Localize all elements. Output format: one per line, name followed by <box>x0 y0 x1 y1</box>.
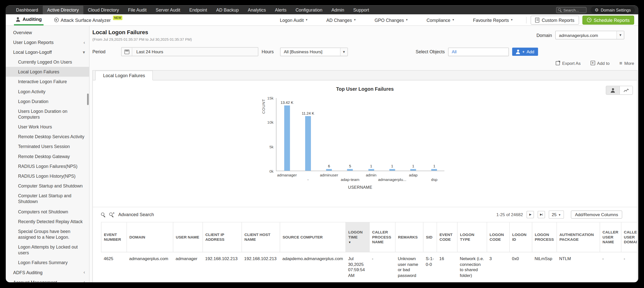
column-header-logon-id[interactable]: LOGON ID <box>509 222 532 252</box>
menu-gpo-changes[interactable]: GPO Changes▾ <box>365 17 417 22</box>
column-header-remarks[interactable]: REMARKS <box>395 222 423 252</box>
topnav-tab-cloud-directory[interactable]: Cloud Directory <box>83 5 124 14</box>
sidebar-item-currently-logged-on-users[interactable]: Currently Logged On Users <box>6 57 89 67</box>
topnav-tab-active-directory[interactable]: Active Directory <box>43 5 84 14</box>
bar[interactable] <box>347 169 353 171</box>
column-header-label: DOMAIN <box>129 235 145 239</box>
sidebar-item-local-logon-failures[interactable]: Local Logon Failures <box>6 67 89 77</box>
tab-attack-surface-analyzer[interactable]: Attack Surface Analyzer NEW <box>54 14 123 25</box>
add-to-button[interactable]: + Add to <box>590 61 610 66</box>
topnav-tab-alerts[interactable]: Alerts <box>270 5 291 14</box>
table-row[interactable]: 4625admanagerplus.comadmanager192.168.10… <box>101 252 637 280</box>
sidebar-item-users-logon-duration-on-computers[interactable]: Users Logon Duration on Computers <box>6 106 89 122</box>
column-header-event-code[interactable]: EVENT CODE <box>437 222 457 252</box>
bar[interactable] <box>410 169 416 171</box>
bar[interactable] <box>305 116 311 171</box>
select-objects-input[interactable]: All <box>448 47 509 56</box>
topnav-tab-admin[interactable]: Admin <box>327 5 349 14</box>
topnav-tab-analytics[interactable]: Analytics <box>243 5 270 14</box>
column-header-caller-user-name[interactable]: CALLER USER NAME <box>600 222 621 252</box>
sidebar-item-computers-not-shutdown[interactable]: Computers not Shutdown <box>6 207 89 216</box>
domain-select-value: admanagerplus.com <box>556 33 617 38</box>
column-header-source-computer[interactable]: SOURCE COMPUTER <box>280 222 346 252</box>
sidebar-item-logon-duration[interactable]: Logon Duration <box>6 97 89 106</box>
more-button[interactable]: ≡ More <box>619 61 634 66</box>
menu-compliance[interactable]: Compliance▾ <box>417 17 464 22</box>
hours-select[interactable]: All [Business Hours] ▼ <box>280 47 348 56</box>
add-button-label: Add <box>527 49 534 54</box>
sidebar-item-user-work-hours[interactable]: User Work Hours <box>6 122 89 132</box>
sidebar-item-label: Local Logon-Logoff <box>13 50 52 55</box>
sidebar-item-user-logon-reports[interactable]: User Logon Reports‹ <box>6 37 89 47</box>
sidebar-item-radius-logon-history-nps[interactable]: RADIUS Logon History(NPS) <box>6 171 89 181</box>
cell-event-number: 4625 <box>101 252 127 280</box>
column-header-logon-code[interactable]: LOGON CODE <box>487 222 510 252</box>
chart-trend-view-button[interactable] <box>619 86 632 94</box>
column-header-logon-type[interactable]: LOGON TYPE <box>457 222 487 252</box>
domain-settings-label: Domain Settings <box>601 8 631 12</box>
bar[interactable] <box>389 169 395 171</box>
sidebar-item-logon-activity[interactable]: Logon Activity <box>6 87 89 97</box>
custom-reports-button[interactable]: Custom Reports <box>531 15 579 24</box>
menu-favourite-reports[interactable]: Favourite Reports▾ <box>464 17 522 22</box>
sidebar-item-remote-desktop-services-activity[interactable]: Remote Desktop Services Activity <box>6 132 89 141</box>
menu-ad-changes[interactable]: AD Changes▾ <box>317 17 365 22</box>
sidebar-item-local-logon-logoff[interactable]: Local Logon-Logoff▾ <box>6 47 89 57</box>
tab-auditing[interactable]: Auditing <box>14 14 44 25</box>
bar[interactable] <box>368 169 374 171</box>
sidebar-item-recently-detected-replay-attack[interactable]: Recently Detected Replay Attack <box>6 216 89 226</box>
page-size-select[interactable]: 25 ▼ <box>549 211 564 219</box>
last-page-button[interactable]: ▶| <box>538 211 545 218</box>
column-header-user-name[interactable]: USER NAME <box>173 222 203 252</box>
column-header-client-host-name[interactable]: CLIENT HOST NAME <box>242 222 280 252</box>
sidebar-scrollbar[interactable] <box>87 93 89 105</box>
column-header-authentication-package[interactable]: AUTHENTICATION PACKAGE <box>557 222 600 252</box>
next-page-button[interactable]: ▶ <box>527 211 534 218</box>
sidebar-item-adfs-auditing[interactable]: ADFS Auditing‹ <box>6 267 89 277</box>
domain-select[interactable]: admanagerplus.com ▼ <box>555 31 624 39</box>
column-header-event-number[interactable]: EVENT NUMBER <box>101 222 127 252</box>
topnav-tab-endpoint[interactable]: Endpoint <box>185 5 212 14</box>
bar[interactable] <box>326 169 332 171</box>
add-remove-columns-button[interactable]: Add/Remove Columns <box>571 211 622 219</box>
column-header-client-ip-address[interactable]: CLIENT IP ADDRESS <box>203 222 242 252</box>
sidebar-item-interactive-logon-failure[interactable]: Interactive Logon Failure <box>6 77 89 86</box>
period-input[interactable]: Last 24 Hours <box>121 47 258 56</box>
radar-icon <box>54 18 59 22</box>
topnav-tab-configuration[interactable]: Configuration <box>291 5 327 14</box>
tab-local-logon-failures[interactable]: Local Logon Failures <box>95 71 153 80</box>
sidebar-item-remote-desktop-gateway[interactable]: Remote Desktop Gateway <box>6 152 89 161</box>
sidebar-item-computer-startup-and-shutdown[interactable]: Computer Startup and Shutdown <box>6 181 89 191</box>
column-header-caller-process-name[interactable]: CALLER PROCESS NAME <box>370 222 395 252</box>
export-as-button[interactable]: Export As <box>556 61 581 66</box>
topnav-tab-support[interactable]: Support <box>349 5 374 14</box>
chart-user-view-button[interactable] <box>606 86 619 94</box>
schedule-reports-button[interactable]: Schedule Reports <box>582 15 634 24</box>
sidebar-item-account-management[interactable]: Account Management‹ <box>6 277 89 282</box>
sidebar-item-logon-failures-summary[interactable]: Logon Failures Summary <box>6 258 89 267</box>
bar[interactable] <box>284 105 290 171</box>
advanced-search-icon[interactable]: + <box>109 212 114 217</box>
sidebar-item-logon-attempts-by-locked-out-users[interactable]: Logon Attempts by Locked out users <box>6 242 89 258</box>
domain-settings-button[interactable]: ⚙ Domain Settings <box>590 6 635 13</box>
column-header-caller-user-domain[interactable]: CALLER USER DOMAIN <box>621 222 637 252</box>
topnav-tab-ad-backup[interactable]: AD Backup <box>212 5 243 14</box>
column-header-domain[interactable]: DOMAIN <box>127 222 173 252</box>
topnav-tab-dashboard[interactable]: Dashboard <box>12 5 43 14</box>
sidebar-item-radius-logon-failures-nps[interactable]: RADIUS Logon Failures(NPS) <box>6 161 89 171</box>
sidebar-item-terminated-users-session[interactable]: Terminated Users Session <box>6 142 89 152</box>
add-objects-button[interactable]: + Add <box>512 47 538 56</box>
advanced-search-label[interactable]: Advanced Search <box>118 212 154 217</box>
topnav-tab-file-audit[interactable]: File Audit <box>124 5 151 14</box>
search-icon[interactable] <box>101 212 106 217</box>
sidebar-item-special-groups-have-been-assigned-to-a-new-logon[interactable]: Special Groups have been assigned to a N… <box>6 226 89 242</box>
sidebar-item-overview[interactable]: Overview <box>6 27 89 37</box>
column-header-sid[interactable]: SID <box>423 222 437 252</box>
topnav-tab-server-audit[interactable]: Server Audit <box>151 5 185 14</box>
menu-logon-audit[interactable]: Logon Audit▾ <box>270 17 317 22</box>
bar[interactable] <box>431 169 437 171</box>
column-header-logon-process[interactable]: LOGON PROCESS <box>532 222 557 252</box>
person-icon <box>16 17 20 22</box>
column-header-logon-time[interactable]: LOGON TIME▼ <box>346 222 370 252</box>
sidebar-item-computer-last-startup-and-shutdown[interactable]: Computer Last Startup and Shutdown <box>6 191 89 207</box>
